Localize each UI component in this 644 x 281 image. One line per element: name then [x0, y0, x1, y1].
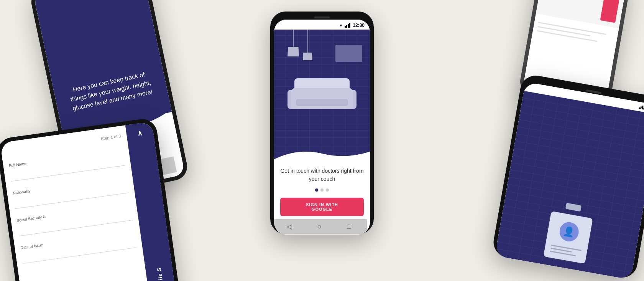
wave-divider: [274, 148, 370, 159]
lamp-left: [288, 30, 299, 56]
field-full-name: Full Name: [9, 148, 125, 182]
center-recents-icon[interactable]: □: [347, 223, 351, 231]
camera-notch-center: [314, 17, 330, 18]
phone-bottom-left-frame: Step 1 of 3 Full Name Nationality Social: [0, 117, 181, 281]
chevron-up-icon[interactable]: ∧: [137, 129, 143, 138]
status-time-center: 12:30: [353, 23, 365, 28]
phone-bottom-left: Step 1 of 3 Full Name Nationality Social: [0, 117, 181, 281]
phone-bottom-left-screen: Step 1 of 3 Full Name Nationality Social: [0, 121, 176, 281]
dot-1: [315, 188, 318, 192]
status-bar-center: ▼ 12:30: [274, 20, 370, 30]
field-social-security: Social Security N: [16, 202, 133, 236]
field-nationality: Nationality: [13, 175, 129, 209]
svg-rect-6: [642, 106, 644, 109]
svg-rect-1: [346, 25, 347, 28]
phone-center: ▼ 12:30: [270, 12, 374, 234]
center-home-icon[interactable]: ○: [317, 223, 322, 231]
top-right-pink-bar: [600, 0, 622, 23]
signal-icon-br: [639, 104, 644, 110]
wall-tv: [335, 45, 362, 62]
sign-in-button[interactable]: SIGN IN WITH GOOGLE: [280, 198, 364, 216]
dot-2: [320, 188, 324, 192]
phone-center-screen: ▼ 12:30: [274, 20, 370, 235]
phone-bottom-right-screen: 11:1 👤: [495, 82, 644, 280]
svg-rect-3: [349, 23, 350, 28]
svg-rect-5: [640, 106, 642, 109]
phone-bottom-right: 11:1 👤: [491, 73, 644, 280]
dots-indicator: [315, 188, 329, 192]
signal-icon: [345, 23, 351, 28]
bottom-right-scene: 👤: [495, 91, 644, 280]
wifi-icon: ▼: [339, 23, 343, 28]
clipboard-illustration: 👤: [542, 203, 596, 264]
svg-rect-0: [345, 26, 346, 28]
avatar-icon: 👤: [562, 225, 575, 238]
phone-center-frame: ▼ 12:30: [270, 12, 374, 234]
svg-rect-4: [639, 107, 640, 109]
phone-bottom-right-frame: 11:1 👤: [491, 73, 644, 280]
center-back-icon[interactable]: ◁: [287, 222, 292, 231]
svg-rect-2: [348, 24, 349, 28]
profile-panel-label: Profile S: [156, 267, 165, 281]
lamp-right: [303, 30, 312, 60]
field-date-of-issue: Date of Issue: [20, 230, 137, 264]
sofa: [291, 78, 353, 109]
center-tagline: Get in touch with doctors right from you…: [280, 167, 364, 183]
left-phone-text: Here you can keep track of things like y…: [65, 68, 157, 114]
dot-3: [326, 188, 329, 192]
nav-bar-center: ◁ ○ □: [274, 219, 367, 234]
